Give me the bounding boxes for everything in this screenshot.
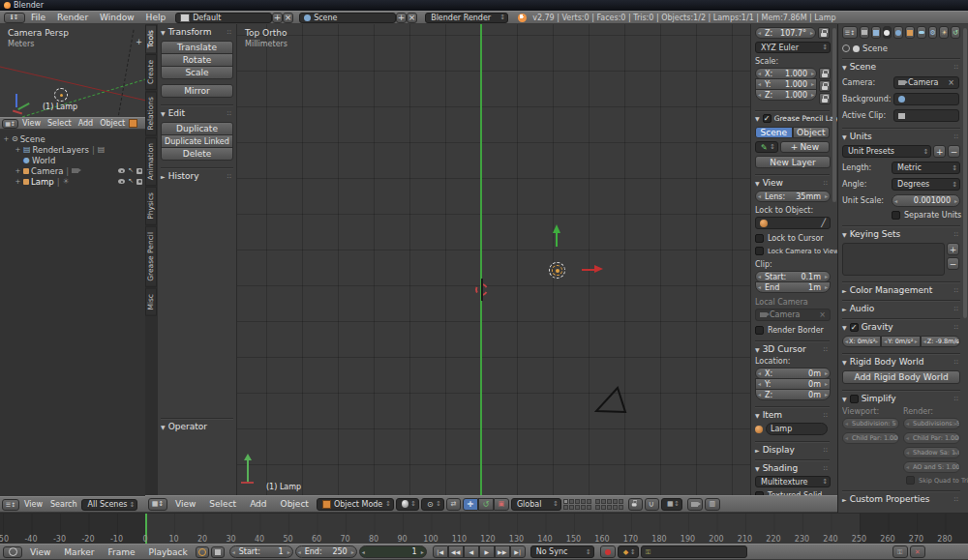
render-opengl-button[interactable] <box>687 498 703 511</box>
lock-scale-x-icon[interactable] <box>819 68 831 79</box>
add-preset-button[interactable]: + <box>933 145 946 158</box>
simplify-viewport-child-field[interactable]: Child Par: 1.000 <box>842 432 899 444</box>
camera-menu-object[interactable]: Object <box>97 119 128 128</box>
panel-units-header[interactable]: ▼ Units :: <box>842 128 960 141</box>
panel-display-header[interactable]: ► Display :: <box>755 441 830 455</box>
manipulator-x-arrow[interactable] <box>594 265 603 273</box>
panel-color-management-header[interactable]: ► Color Management :: <box>842 281 960 295</box>
delete-keyframe-button[interactable]: ✕ <box>910 545 925 558</box>
transform-orientation-select[interactable]: Global <box>511 498 561 511</box>
gravity-x-field[interactable]: X: 0m/s² <box>842 336 881 347</box>
panel-options-icon[interactable]: :: <box>953 286 960 294</box>
timeline-ruler[interactable]: -50-40-30-20-100102030405060708090100110… <box>0 514 968 545</box>
panel-shading-header[interactable]: ▼ Shading :: <box>755 459 830 473</box>
camera-menu-add[interactable]: Add <box>76 119 97 128</box>
expand-icon[interactable]: + <box>15 167 21 175</box>
visibility-icon[interactable] <box>118 179 125 184</box>
tool-tab-physics[interactable]: Physics <box>145 187 157 225</box>
panel-grease-pencil-header[interactable]: ▼ Grease Pencil Layers <box>755 110 830 123</box>
add-keying-set-button[interactable]: + <box>947 243 959 255</box>
angle-select[interactable]: Degrees <box>892 178 960 191</box>
simplify-render-subdivision-field[interactable]: Subdivisions: 5 <box>903 418 960 429</box>
skip-quad-checkbox[interactable] <box>906 476 915 485</box>
keying-sets-list[interactable] <box>842 243 945 276</box>
viewport-menu-view[interactable]: View <box>169 499 201 509</box>
simplify-render-child-field[interactable]: Child Par: 1.000 <box>903 432 960 444</box>
outliner-row-renderlayers[interactable]: + ▤ RenderLayers | ▤ <box>0 144 145 155</box>
panel-options-icon[interactable]: :: <box>953 305 960 312</box>
tool-tab-animation[interactable]: Animation <box>145 137 157 186</box>
snap-element-select[interactable]: ▦ <box>661 498 682 511</box>
panel-options-icon[interactable]: :: <box>953 395 960 402</box>
clear-icon[interactable]: × <box>948 78 954 87</box>
simplify-ao-sss-field[interactable]: AO and S: 1.000 <box>903 461 960 473</box>
shading-option-row[interactable]: Textured Solid <box>755 491 830 495</box>
gravity-z-field[interactable]: Z: -9.8m/s² <box>921 336 960 347</box>
tab-object-icon[interactable] <box>905 26 915 39</box>
eyedropper-icon[interactable]: ╱ <box>821 219 826 227</box>
add-scene-button[interactable]: + <box>396 13 407 23</box>
unit-scale-field[interactable]: 0.001000 <box>892 194 960 207</box>
remove-preset-button[interactable]: − <box>948 145 960 158</box>
layer-1[interactable] <box>563 499 568 504</box>
layers-group-2[interactable] <box>595 499 623 510</box>
frame-start-field[interactable]: Start: 1 <box>229 545 293 558</box>
menu-file[interactable]: File <box>25 13 51 22</box>
renderability-icon[interactable] <box>136 179 142 185</box>
lamp-data-icon[interactable]: ☀ <box>63 177 70 186</box>
panel-custom-properties-header[interactable]: ► Custom Properties :: <box>842 490 960 504</box>
panel-gravity-header[interactable]: ▼ Gravity :: <box>842 318 960 332</box>
scene-camera-picker[interactable]: Camera × <box>893 76 959 89</box>
play-reverse-button[interactable]: ◀ <box>464 545 479 558</box>
scene-selector[interactable]: Scene <box>299 13 396 23</box>
simplify-shadow-samples-field[interactable]: Shadow Sa: 1.0 <box>903 447 960 458</box>
jump-to-end-button[interactable]: ▶| <box>510 545 526 558</box>
panel-3d-cursor-header[interactable]: ▼ 3D Cursor :: <box>755 340 830 354</box>
render-engine-select[interactable]: Blender Render <box>425 13 508 23</box>
pin-icon[interactable] <box>842 44 850 52</box>
tab-constraints-icon[interactable] <box>917 26 926 39</box>
panel-options-icon[interactable]: :: <box>823 345 830 353</box>
outliner-display-filter[interactable]: All Scenes <box>81 499 137 511</box>
panel-transform-header[interactable]: ▼ Transform :: <box>161 27 233 37</box>
simplify-viewport-subdivision-field[interactable]: Subdivision: 5 <box>842 418 899 429</box>
camera-data-icon[interactable] <box>72 168 78 173</box>
grease-pencil-checkbox[interactable] <box>763 114 771 123</box>
visibility-icon[interactable] <box>118 168 125 173</box>
mirror-button[interactable]: Mirror <box>161 84 233 98</box>
rotation-mode-select[interactable]: XYZ Euler <box>755 42 831 53</box>
timeline-menu-marker[interactable]: Marker <box>58 547 100 557</box>
tab-modifiers-icon[interactable]: ⚙ <box>928 26 938 39</box>
current-frame-field[interactable]: 1 <box>359 545 427 558</box>
scale-z-field[interactable]: Z: 1.000 <box>755 89 817 101</box>
lock-to-cursor-checkbox[interactable] <box>755 234 764 243</box>
delete-scene-button[interactable]: × <box>407 13 417 23</box>
editor-type-3dview-icon[interactable]: ▦↕ <box>148 498 167 511</box>
expand-icon[interactable]: + <box>15 146 21 154</box>
panel-keying-sets-header[interactable]: ▼ Keying Sets :: <box>842 225 960 239</box>
properties-editor[interactable]: ☰↕ ⚙ ☀ ↺ Scene ▼ Scene :: Camera: Camera <box>837 24 968 513</box>
panel-options-icon[interactable]: :: <box>953 358 960 366</box>
next-keyframe-button[interactable]: ▶▶ <box>495 545 510 558</box>
editor-type-outliner-icon[interactable]: ☰↕ <box>2 499 19 511</box>
panel-audio-header[interactable]: ► Audio :: <box>842 300 960 313</box>
editor-type-timeline-icon[interactable] <box>3 546 22 558</box>
remove-keying-set-button[interactable]: − <box>947 257 959 270</box>
local-camera-picker[interactable]: Camera × <box>755 309 831 321</box>
lock-object-picker[interactable]: ╱ <box>755 217 831 229</box>
camera-menu-select[interactable]: Select <box>45 119 75 128</box>
add-layout-button[interactable]: + <box>272 13 283 23</box>
gp-new-layer-button[interactable]: New Layer <box>755 156 831 168</box>
gp-source-scene-tab[interactable]: Scene <box>755 127 793 138</box>
delete-button[interactable]: Delete <box>161 147 233 161</box>
lock-camera-row[interactable]: Lock Camera to View <box>755 247 830 255</box>
outliner-item-label[interactable]: Lamp <box>31 177 54 187</box>
properties-scrollbar[interactable] <box>963 28 967 318</box>
frame-end-field[interactable]: End: 250 <box>295 545 357 558</box>
lock-to-cursor-row[interactable]: Lock to Cursor <box>755 234 830 243</box>
object-name-field[interactable]: Lamp <box>766 423 828 435</box>
panel-edit-header[interactable]: ▼ Edit :: <box>161 104 233 118</box>
editor-type-properties-icon[interactable]: ☰↕ <box>842 26 858 39</box>
timeline[interactable]: -50-40-30-20-100102030405060708090100110… <box>0 513 968 545</box>
rotation-z-field[interactable]: Z: 107.7° <box>755 27 816 39</box>
